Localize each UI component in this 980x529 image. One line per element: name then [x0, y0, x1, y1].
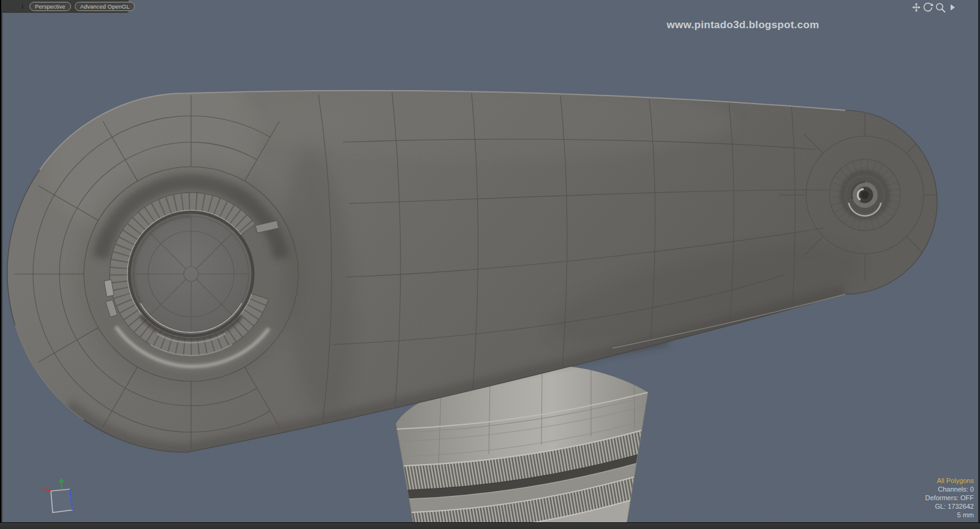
selection-mode-label: All Polygons [925, 476, 974, 485]
workplane-square [51, 489, 72, 512]
gl-polycount-status: GL: 1732642 [925, 502, 974, 511]
zoom-icon[interactable] [937, 4, 945, 12]
perspective-button[interactable]: Perspective [29, 2, 71, 11]
viewport-bottom-border [0, 522, 980, 529]
cartridge-recess [78, 161, 304, 387]
viewport-left-border [0, 0, 2, 529]
screw-hole [843, 173, 887, 217]
modo-viewport-window: Perspective Advanced OpenGL www.pintado3… [0, 0, 980, 529]
x-axis-indicator [42, 489, 51, 491]
viewport-toolbar [911, 2, 959, 13]
3d-viewport-scene[interactable] [0, 0, 980, 529]
workplane-axis-gizmo [34, 473, 89, 522]
viewport-status-readout: All Polygons Channels: 0 Deformers: OFF … [925, 476, 974, 519]
grid-size-status: 5 mm [925, 511, 974, 519]
watermark-text: www.pintado3d.blogspot.com [637, 19, 849, 31]
viewport-header: Perspective Advanced OpenGL [2, 0, 129, 13]
shading-mode-button[interactable]: Advanced OpenGL [75, 2, 135, 11]
expand-arrow-icon[interactable] [951, 4, 955, 10]
viewport-indicator-dot[interactable] [22, 4, 23, 9]
y-axis-indicator [59, 479, 64, 490]
channels-status: Channels: 0 [925, 485, 974, 493]
pan-icon[interactable] [913, 3, 921, 12]
orbit-icon[interactable] [924, 3, 934, 11]
deformers-status: Deformers: OFF [925, 493, 974, 502]
